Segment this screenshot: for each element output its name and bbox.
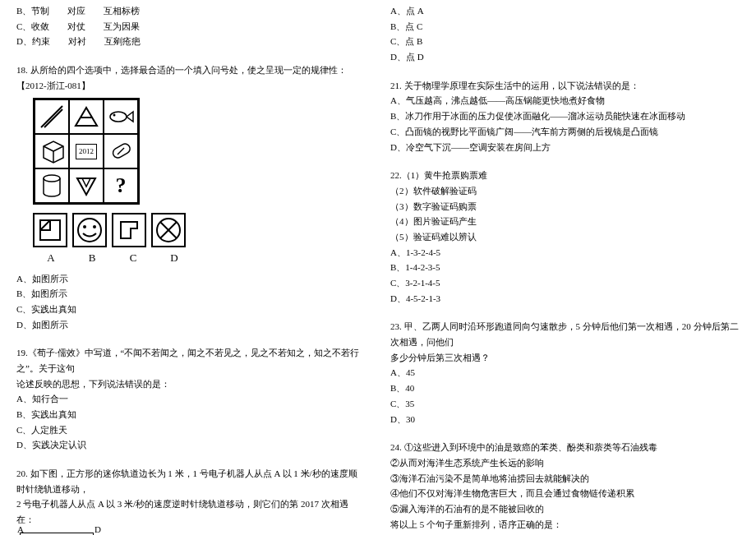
q21: 21. 关于物理学原理在实际生活中的运用，以下说法错误的是： A、气压越高，沸点… bbox=[390, 78, 740, 155]
q18-stem: 18. 从所给的四个选项中，选择最合适的一个填入问号处，使之呈现一定的规律性：【… bbox=[16, 62, 366, 93]
q24-6: 将以上 5 个句子重新排列，语序正确的是： bbox=[390, 517, 740, 533]
q24-2: ②从而对海洋生态系统产生长远的影响 bbox=[390, 455, 740, 471]
q18-opt-c: C、实践出真知 bbox=[16, 302, 366, 317]
svg-point-21 bbox=[78, 219, 101, 242]
q22-1: 22.（1）黄牛抢票购票难 bbox=[390, 168, 740, 183]
opt-b: B、节制 对应 互相标榜 bbox=[16, 3, 366, 19]
q19-b: B、实践出真知 bbox=[16, 407, 366, 422]
label-d: D bbox=[156, 249, 192, 267]
svg-point-23 bbox=[93, 225, 96, 228]
q23-a: A、45 bbox=[390, 365, 740, 380]
q19-a: A、知行合一 bbox=[16, 391, 366, 407]
q22-3: （3）数字验证码购票 bbox=[390, 199, 740, 214]
q22-d: D、4-5-2-1-3 bbox=[390, 291, 740, 307]
svg-point-4 bbox=[110, 112, 127, 122]
q24-a: A、③⑤①④② bbox=[390, 532, 740, 535]
q18-answer-row bbox=[33, 213, 366, 247]
q18-opt-b: B、如图所示 bbox=[16, 286, 366, 302]
answer-d-icon bbox=[151, 213, 186, 247]
label-b: B bbox=[74, 249, 110, 267]
q22-2: （2）软件破解验证码 bbox=[390, 183, 740, 199]
answer-a-icon bbox=[33, 213, 67, 247]
svg-point-6 bbox=[113, 114, 116, 117]
svg-point-13 bbox=[44, 175, 60, 182]
q22-5: （5）验证码难以辨认 bbox=[390, 229, 740, 245]
answer-c-icon bbox=[112, 213, 146, 247]
opt-d: D、约束 对衬 互剜疮疤 bbox=[16, 34, 366, 49]
q23-stem1: 23. 甲、乙两人同时沿环形跑道同向匀速散步，5 分钟后他们第一次相遇，20 分… bbox=[390, 319, 740, 349]
q23-stem2: 多少分钟后第三次相遇？ bbox=[390, 350, 740, 366]
q21-d: D、冷空气下沉——空调安装在房间上方 bbox=[390, 140, 740, 155]
svg-line-12 bbox=[118, 148, 124, 155]
cell-cylinder-icon bbox=[35, 168, 69, 203]
q20-d: D、点 D bbox=[390, 49, 740, 65]
svg-line-20 bbox=[40, 220, 50, 230]
q24-3: ③海洋石油污染不是简单地将油捞回去就能解决的 bbox=[390, 471, 740, 487]
q22-a: A、1-3-2-4-5 bbox=[390, 245, 740, 261]
svg-line-0 bbox=[41, 106, 62, 127]
cell-question-icon: ? bbox=[104, 168, 138, 203]
q23-d: D、30 bbox=[390, 412, 740, 427]
svg-line-9 bbox=[53, 146, 63, 151]
q20-options: A、点 A B、点 C C、点 B D、点 D bbox=[390, 3, 740, 65]
q23-b: B、40 bbox=[390, 380, 740, 396]
q20-c: C、点 B bbox=[390, 34, 740, 49]
q20-b: B、点 C bbox=[390, 19, 740, 35]
q19-stem1: 19.《荀子·儒效》中写道，“不闻不若闻之，闻之不若见之，见之不若知之，知之不若… bbox=[16, 345, 366, 376]
answer-b-smiley-icon bbox=[72, 213, 107, 247]
cell-down-triangle-icon bbox=[69, 168, 104, 203]
q21-stem: 21. 关于物理学原理在实际生活中的运用，以下说法错误的是： bbox=[390, 78, 740, 94]
cell-diagonal-icon bbox=[35, 99, 69, 134]
q18-opt-a: A、如图所示 bbox=[16, 271, 366, 287]
svg-point-22 bbox=[83, 225, 86, 228]
cell-capsule-icon bbox=[104, 134, 138, 168]
q23-c: C、35 bbox=[390, 396, 740, 412]
cell-year: 2012 bbox=[69, 134, 104, 168]
q24-4: ④他们不仅对海洋生物危害巨大，而且会通过食物链传递积累 bbox=[390, 486, 740, 501]
q22: 22.（1）黄牛抢票购票难 （2）软件破解验证码 （3）数字验证码购票 （4）图… bbox=[390, 168, 740, 306]
q24: 24. ①这些进入到环境中的油是致癌的苯类、酚类和萘类等石油残毒 ②从而对海洋生… bbox=[390, 440, 740, 535]
q17-options-partial: B、节制 对应 互相标榜 C、收敛 对仗 互为因果 D、约束 对衬 互剜疮疤 bbox=[16, 3, 366, 49]
q19-d: D、实践决定认识 bbox=[16, 437, 366, 453]
q19-stem2: 论述反映的思想，下列说法错误的是： bbox=[16, 376, 366, 392]
q18: 18. 从所给的四个选项中，选择最合适的一个填入问号处，使之呈现一定的规律性：【… bbox=[16, 62, 366, 332]
q21-b: B、冰刀作用于冰面的压力促使冰面融化——溜冰运动员能快速在冰面移动 bbox=[390, 108, 740, 124]
q18-answer-labels: A B C D bbox=[33, 249, 366, 267]
svg-marker-5 bbox=[127, 112, 133, 122]
q22-b: B、1-4-2-3-5 bbox=[390, 260, 740, 275]
svg-marker-17 bbox=[82, 178, 90, 187]
svg-line-8 bbox=[44, 146, 53, 151]
cell-fish-icon bbox=[104, 99, 138, 134]
q22-c: C、3-2-1-4-5 bbox=[390, 275, 740, 291]
q24-5: ⑤漏入海洋的石油有的是不能被回收的 bbox=[390, 501, 740, 517]
label-a: A bbox=[33, 249, 69, 267]
q20-stem1: 20. 如下图，正方形的迷你轨道边长为 1 米，1 号电子机器人从点 A 以 1… bbox=[16, 466, 366, 496]
q22-4: （4）图片验证码产生 bbox=[390, 214, 740, 229]
cell-triangle-icon bbox=[69, 99, 104, 134]
q21-c: C、凸面镜的视野比平面镜广阔——汽车前方两侧的后视镜是凸面镜 bbox=[390, 124, 740, 140]
label-c: C bbox=[115, 249, 151, 267]
q20-stem2: 2 号电子机器人从点 A 以 3 米/秒的速度逆时针绕轨道移动，则它们的第 20… bbox=[16, 496, 366, 527]
q19-c: C、人定胜天 bbox=[16, 422, 366, 438]
q19: 19.《荀子·儒效》中写道，“不闻不若闻之，闻之不若见之，见之不若知之，知之不若… bbox=[16, 345, 366, 453]
svg-line-1 bbox=[44, 109, 62, 127]
corner-d: D bbox=[94, 522, 101, 535]
q18-opt-d: D、如图所示 bbox=[16, 317, 366, 333]
q24-1: 24. ①这些进入到环境中的油是致癌的苯类、酚类和萘类等石油残毒 bbox=[390, 440, 740, 455]
q21-a: A、气压越高，沸点越低——高压锅能更快地煮好食物 bbox=[390, 93, 740, 108]
corner-a: A bbox=[17, 522, 24, 535]
opt-c: C、收敛 对仗 互为因果 bbox=[16, 19, 366, 35]
q20: 20. 如下图，正方形的迷你轨道边长为 1 米，1 号电子机器人从点 A 以 1… bbox=[16, 466, 366, 535]
q20-a: A、点 A bbox=[390, 3, 740, 19]
q18-puzzle-grid: 2012 ? bbox=[33, 98, 140, 205]
cell-cube-icon bbox=[35, 134, 69, 168]
q23: 23. 甲、乙两人同时沿环形跑道同向匀速散步，5 分钟后他们第一次相遇，20 分… bbox=[390, 319, 740, 427]
